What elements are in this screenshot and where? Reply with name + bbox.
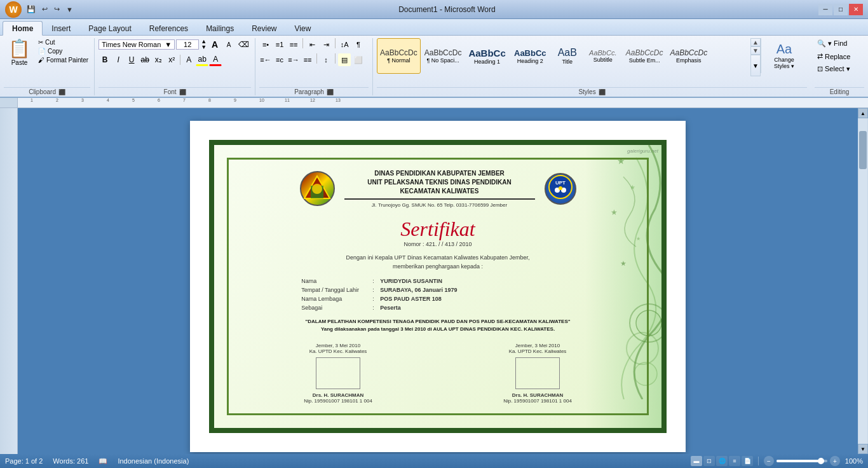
zoom-handle xyxy=(818,458,824,464)
style-emphasis[interactable]: AaBbCcDc Emphasis xyxy=(667,38,710,74)
office-button[interactable]: W xyxy=(5,1,22,18)
style-subtle-emphasis[interactable]: AaBbCcDc Subtle Em... xyxy=(623,38,667,74)
save-qa-button[interactable]: 💾 xyxy=(24,4,38,15)
format-painter-button[interactable]: 🖌 Format Painter xyxy=(36,56,90,64)
font-expand[interactable]: ⬛ xyxy=(179,89,186,95)
draft-btn[interactable]: 📄 xyxy=(742,456,753,466)
ruler-content: 1 2 3 4 5 6 7 8 9 10 11 12 13 xyxy=(18,98,868,107)
copy-button[interactable]: 📄 Copy xyxy=(36,47,90,55)
style-heading2[interactable]: AaBbCc Heading 2 xyxy=(510,38,551,74)
underline-button[interactable]: U xyxy=(125,53,138,66)
bold-button[interactable]: B xyxy=(98,53,111,66)
gallery-down[interactable]: ▼ xyxy=(750,46,761,55)
tab-mailings[interactable]: Mailings xyxy=(197,22,243,35)
scroll-down-button[interactable]: ▼ xyxy=(858,444,868,454)
text-effects-button[interactable]: A xyxy=(182,53,195,66)
cert-title-section: Sertifikat Nomor : 421. / / 413 / 2010 xyxy=(238,217,637,247)
paragraph-expand[interactable]: ⬛ xyxy=(327,89,334,95)
styles-expand[interactable]: ⬛ xyxy=(599,89,606,95)
align-left-button[interactable]: ≡← xyxy=(259,53,272,66)
scroll-thumb[interactable] xyxy=(859,131,867,169)
style-no-spacing[interactable]: AaBbCcDc ¶ No Spaci... xyxy=(421,38,465,74)
paragraph-group: ≡• ≡1 ≡≡ ⇤ ⇥ ↕A ¶ ≡← ≡c ≡→ ≡≡ ↕ ▤ ⬜ xyxy=(255,38,373,95)
style-emphasis-label: Emphasis xyxy=(676,57,702,64)
view-buttons: ▬ ⊡ 🌐 ≡ 📄 xyxy=(691,456,753,466)
clear-format-button[interactable]: ⌫ xyxy=(236,38,251,51)
web-layout-btn[interactable]: 🌐 xyxy=(716,456,728,466)
lembaga-label: Nama Lembaga xyxy=(299,295,369,303)
style-heading1[interactable]: AaBbCc Heading 1 xyxy=(465,38,508,74)
print-layout-btn[interactable]: ▬ xyxy=(691,456,702,466)
select-button[interactable]: ⊡ Select ▾ xyxy=(815,64,864,74)
superscript-button[interactable]: x² xyxy=(165,53,178,66)
highlight-button[interactable]: ab xyxy=(196,53,208,66)
shading-button[interactable]: ▤ xyxy=(338,53,351,66)
zoom-slider[interactable] xyxy=(776,460,827,462)
align-center-button[interactable]: ≡c xyxy=(273,53,286,66)
find-button[interactable]: 🔍 ▾ Find xyxy=(815,38,864,49)
subscript-button[interactable]: x₂ xyxy=(152,53,165,66)
redo-qa-button[interactable]: ↪ xyxy=(51,4,62,15)
style-no-spacing-label: ¶ No Spaci... xyxy=(426,57,459,64)
increase-indent-button[interactable]: ⇥ xyxy=(320,38,332,51)
font-size-decrease[interactable]: ▼ xyxy=(200,45,207,50)
tab-view[interactable]: View xyxy=(286,22,320,35)
undo-qa-button[interactable]: ↩ xyxy=(39,4,50,15)
lembaga-value: POS PAUD ASTER 108 xyxy=(378,295,576,303)
outline-btn[interactable]: ≡ xyxy=(729,456,740,466)
font-name-dropdown: ▼ xyxy=(165,41,172,48)
gallery-more[interactable]: ▼ xyxy=(750,55,761,76)
line-spacing-button[interactable]: ↕ xyxy=(320,53,332,66)
change-styles-button[interactable]: Aa ChangeStyles ▾ xyxy=(765,39,803,72)
style-normal[interactable]: AaBbCcDc ¶ Normal xyxy=(377,38,421,74)
style-title-preview: AaB xyxy=(558,47,577,59)
gallery-nav: ▲ ▼ ▼ xyxy=(750,38,761,76)
show-marks-button[interactable]: ¶ xyxy=(352,38,365,51)
minimize-button[interactable]: ─ xyxy=(818,4,832,15)
ruler-corner xyxy=(0,98,18,107)
window-controls: ─ □ ✕ xyxy=(818,4,863,15)
gallery-up[interactable]: ▲ xyxy=(750,38,761,46)
maximize-button[interactable]: □ xyxy=(834,4,848,15)
scroll-area[interactable]: galeriguru.net ★ ★ ★ xyxy=(18,108,858,454)
style-title[interactable]: AaB Title xyxy=(552,38,583,74)
font-color-button[interactable]: A xyxy=(209,53,222,66)
style-subtitle[interactable]: AaBbCc. Subtitle xyxy=(584,38,622,74)
sort-button[interactable]: ↕A xyxy=(338,38,351,51)
qa-dropdown[interactable]: ▼ xyxy=(64,4,76,15)
numbering-button[interactable]: ≡1 xyxy=(273,38,286,51)
font-size-shrink-button[interactable]: A xyxy=(222,38,235,51)
border-button[interactable]: ⬜ xyxy=(352,53,365,66)
align-right-button[interactable]: ≡→ xyxy=(287,53,300,66)
decrease-indent-button[interactable]: ⇤ xyxy=(306,38,318,51)
tab-references[interactable]: References xyxy=(140,22,197,35)
justify-button[interactable]: ≡≡ xyxy=(301,53,314,66)
tab-insert[interactable]: Insert xyxy=(43,22,79,35)
tab-home[interactable]: Home xyxy=(3,21,43,36)
font-size-selector[interactable]: 12 xyxy=(176,39,199,50)
italic-button[interactable]: I xyxy=(112,53,125,66)
full-screen-btn[interactable]: ⊡ xyxy=(703,456,715,466)
styles-group-label: Styles ⬛ xyxy=(377,87,807,95)
logo-right-svg: UPT xyxy=(548,174,573,200)
strikethrough-button[interactable]: ab xyxy=(139,53,151,66)
tab-review[interactable]: Review xyxy=(243,22,285,35)
close-button[interactable]: ✕ xyxy=(849,4,863,15)
tab-page-layout[interactable]: Page Layout xyxy=(79,22,140,35)
zoom-out-button[interactable]: − xyxy=(764,456,774,466)
multilevel-button[interactable]: ≡≡ xyxy=(287,38,300,51)
font-name-selector[interactable]: Times New Roman ▼ xyxy=(98,39,175,50)
bullets-button[interactable]: ≡• xyxy=(259,38,272,51)
zoom-fill xyxy=(776,460,822,462)
paste-button[interactable]: 📋 Paste xyxy=(4,38,35,68)
scroll-up-button[interactable]: ▲ xyxy=(858,108,868,118)
status-right: ▬ ⊡ 🌐 ≡ 📄 − + 100% xyxy=(691,456,863,466)
zoom-in-button[interactable]: + xyxy=(830,456,840,466)
scroll-track[interactable] xyxy=(858,118,867,444)
cut-button[interactable]: ✂ Cut xyxy=(36,38,90,46)
clipboard-expand[interactable]: ⬛ xyxy=(58,89,65,95)
style-title-label: Title xyxy=(562,59,573,65)
font-size-grow-button[interactable]: A xyxy=(208,38,221,51)
cert-org-info: DINAS PENDIDIKAN KABUPATEN JEMBER UNIT P… xyxy=(344,169,535,208)
replace-button[interactable]: ⇄ Replace xyxy=(815,51,864,62)
